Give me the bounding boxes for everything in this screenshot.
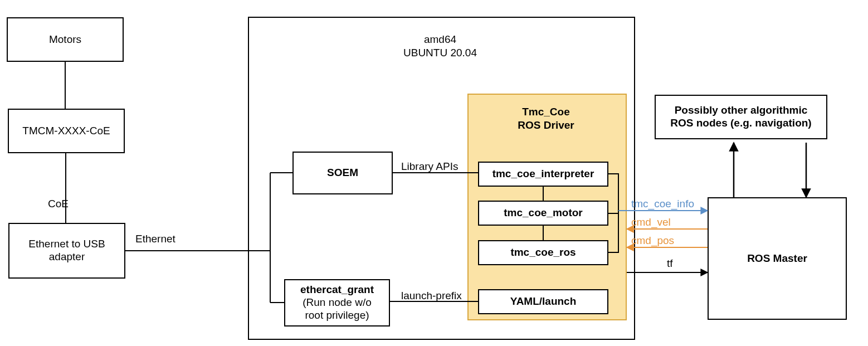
- ethercat-grant-title: ethercat_grant: [300, 284, 374, 296]
- ethercat-grant-sub1: (Run node w/o: [303, 296, 372, 309]
- coe-label: CoE: [48, 198, 69, 210]
- tmc-coe-interpreter-text: tmc_coe_interpreter: [492, 168, 594, 181]
- yaml-launch-box: YAML/launch: [478, 289, 608, 314]
- ros-master-text: ROS Master: [747, 252, 807, 265]
- other-ros-nodes-text: Possibly other algorithmic ROS nodes (e.…: [670, 104, 811, 130]
- adapter-text: Ethernet to USB adapter: [28, 238, 105, 264]
- ethercat-grant-box: ethercat_grant (Run node w/o root privil…: [284, 279, 390, 326]
- driver-title-2: ROS Driver: [501, 119, 591, 131]
- diagram-stage: amd64 UBUNTU 20.04 Tmc_Coe ROS Driver Po…: [0, 0, 868, 346]
- tmc-coe-motor-box: tmc_coe_motor: [478, 201, 608, 226]
- tmcm-box: TMCM-XXXX-CoE: [8, 109, 125, 153]
- host-title-2: UBUNTU 20.04: [396, 47, 485, 59]
- motors-text: Motors: [49, 33, 81, 46]
- motors-box: Motors: [7, 17, 124, 62]
- tmc-coe-info-label: tmc_coe_info: [631, 198, 694, 210]
- tmcm-text: TMCM-XXXX-CoE: [22, 125, 110, 138]
- cmd-pos-label: cmd_pos: [631, 235, 674, 247]
- driver-title-1: Tmc_Coe: [501, 106, 591, 118]
- soem-box: SOEM: [292, 152, 393, 194]
- tmc-coe-ros-box: tmc_coe_ros: [478, 240, 608, 265]
- ethernet-label: Ethernet: [135, 233, 175, 245]
- adapter-box: Ethernet to USB adapter: [8, 223, 125, 279]
- tmc-coe-ros-text: tmc_coe_ros: [510, 246, 576, 259]
- other-ros-nodes-box: Possibly other algorithmic ROS nodes (e.…: [655, 95, 827, 139]
- ros-master-box: ROS Master: [708, 197, 847, 320]
- ethercat-grant-sub2: root privilege): [305, 309, 369, 322]
- yaml-launch-text: YAML/launch: [510, 295, 577, 308]
- library-apis-label: Library APIs: [401, 160, 458, 173]
- tmc-coe-motor-text: tmc_coe_motor: [504, 207, 583, 220]
- tf-label: tf: [667, 257, 673, 270]
- soem-text: SOEM: [327, 167, 358, 179]
- tmc-coe-interpreter-box: tmc_coe_interpreter: [478, 162, 608, 187]
- host-title-1: amd64: [396, 33, 485, 46]
- launch-prefix-label: launch-prefix: [401, 290, 462, 302]
- cmd-vel-label: cmd_vel: [631, 216, 671, 228]
